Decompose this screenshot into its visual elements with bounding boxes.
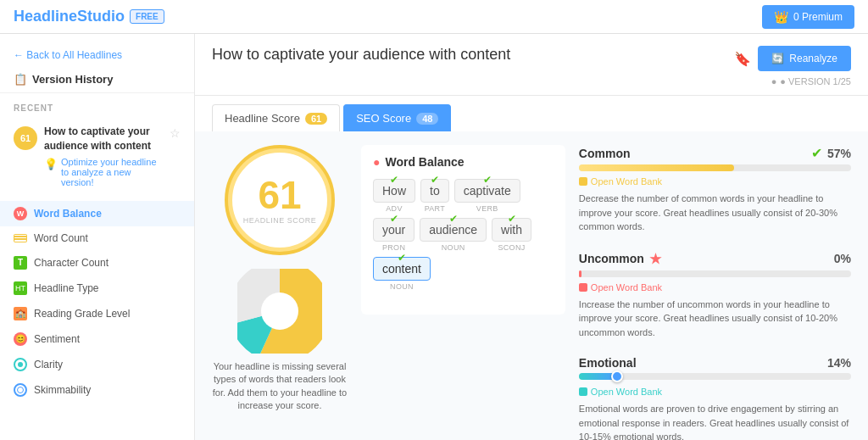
sidebar-item-word-balance[interactable]: W Word Balance [0, 201, 194, 226]
red-square-icon [579, 283, 587, 292]
uncommon-metric-pct: 0% [834, 252, 851, 265]
sidebar-item-label: Word Count [34, 232, 88, 244]
common-metric-desc: Decrease the number of common words in y… [579, 192, 851, 234]
word-token: ✔captivateVERB [454, 179, 520, 213]
tab-headline-score[interactable]: Headline Score 61 [212, 104, 340, 131]
crown-icon: 👑 [774, 10, 788, 24]
score-value: 61 [258, 175, 301, 214]
recent-item-content: How to captivate your audience with cont… [44, 125, 163, 187]
bookmark-icon[interactable]: 🔖 [734, 51, 751, 67]
headline-title: How to captivate your audience with cont… [212, 46, 510, 72]
common-metric-header: Common ✔ 57% [579, 145, 851, 161]
common-metric: Common ✔ 57% Open Word Bank De [579, 145, 851, 234]
clarity-icon [14, 358, 27, 371]
word-token: ✔contentNOUN [373, 257, 431, 291]
score-outer-ring [230, 150, 330, 250]
uncommon-warn-icon: ★ [649, 251, 661, 267]
pie-chart [237, 269, 322, 354]
main-header: How to captivate your audience with cont… [195, 34, 868, 96]
sidebar: ← Back to All Headlines 📋 Version Histor… [0, 34, 195, 440]
headline-type-icon: HT [14, 281, 27, 295]
emotional-metric-desc: Emotional words are proven to drive enga… [579, 402, 851, 440]
premium-button[interactable]: 👑 0 Premium [762, 5, 854, 29]
common-metric-pct: 57% [827, 147, 851, 160]
sidebar-item-character-count[interactable]: T Character Count [0, 250, 194, 276]
character-count-icon: T [14, 256, 27, 270]
reanalyze-button[interactable]: 🔄 Reanalyze [758, 46, 851, 71]
logo-text: HeadlineStudio [14, 8, 125, 25]
sidebar-item-label: Skimmability [34, 384, 91, 396]
header-right: 🔖 🔄 Reanalyze ● ● VERSION 1/25 [734, 46, 851, 95]
word-chip[interactable]: ✔content [373, 257, 431, 281]
pie-svg [237, 269, 322, 354]
header-actions: 🔖 🔄 Reanalyze [734, 46, 851, 71]
seo-score-badge: 48 [416, 113, 438, 125]
word-token: ✔toPART [420, 179, 449, 213]
sidebar-item-sentiment[interactable]: 😊 Sentiment [0, 326, 194, 352]
common-word-bank-link[interactable]: Open Word Bank [579, 176, 851, 187]
clipboard-icon: 📋 [14, 73, 27, 86]
common-bar-fill [579, 164, 734, 171]
sidebar-item-skimmability[interactable]: Skimmability [0, 377, 194, 403]
word-chip[interactable]: ✔your [373, 218, 415, 242]
emotional-progress-bar [579, 373, 851, 380]
word-count-icon [14, 234, 27, 242]
content-area: 61 HEADLINE SCORE [195, 131, 868, 440]
app-layout: ← Back to All Headlines 📋 Version Histor… [0, 34, 868, 440]
reading-grade-icon: 🏫 [14, 307, 27, 320]
emotional-metric: Emotional 14% Open Word Bank Emotional w… [579, 356, 851, 440]
emotional-progress-dot [611, 370, 623, 382]
uncommon-metric-desc: Increase the number of uncommon words in… [579, 298, 851, 340]
uncommon-metric-header: Uncommon ★ 0% [579, 251, 851, 267]
pie-description: Your headline is missing several types o… [212, 360, 348, 413]
main-content: How to captivate your audience with cont… [195, 34, 868, 440]
word-balance-section: ● Word Balance ✔HowADV✔toPART✔captivateV… [361, 145, 565, 440]
sidebar-item-label: Clarity [34, 359, 63, 370]
uncommon-bar-fill [579, 270, 581, 277]
word-balance-section-icon: ● [373, 155, 380, 169]
metrics-right-panel: Common ✔ 57% Open Word Bank De [579, 145, 851, 440]
star-icon[interactable]: ☆ [170, 126, 181, 140]
word-chip[interactable]: ✔to [420, 179, 449, 203]
word-token: ✔yourPRON [373, 218, 415, 252]
sidebar-item-headline-type[interactable]: HT Headline Type [0, 276, 194, 301]
back-link[interactable]: ← Back to All Headlines [0, 44, 194, 66]
word-balance-card: ● Word Balance ✔HowADV✔toPART✔captivateV… [361, 145, 565, 315]
recent-headline-sub[interactable]: 💡 Optimize your headline to analyze a ne… [44, 157, 163, 187]
sidebar-item-label: Word Balance [34, 208, 102, 220]
topbar: HeadlineStudio FREE 👑 0 Premium [0, 0, 868, 34]
word-chip[interactable]: ✔captivate [454, 179, 520, 203]
reanalyze-icon: 🔄 [771, 53, 784, 64]
tab-seo-score[interactable]: SEO Score 48 [343, 104, 451, 131]
score-badge: 61 [14, 126, 37, 150]
recent-headline-item[interactable]: 61 How to captivate your audience with c… [0, 118, 194, 194]
word-balance-icon: W [17, 209, 25, 218]
words-row: ✔HowADV✔toPART✔captivateVERB✔yourPRON✔au… [373, 179, 554, 291]
recent-headline-text: How to captivate your audience with cont… [44, 125, 163, 153]
word-token: ✔audienceNOUN [420, 218, 487, 252]
sidebar-item-word-count[interactable]: Word Count [0, 226, 194, 250]
sidebar-item-label: Reading Grade Level [34, 308, 130, 320]
logo: HeadlineStudio FREE [14, 8, 164, 25]
pie-section: Your headline is missing several types o… [212, 269, 348, 413]
score-circle-wrap: 61 HEADLINE SCORE [212, 145, 348, 255]
sidebar-item-label: Character Count [34, 257, 108, 269]
uncommon-progress-bar [579, 270, 851, 277]
recent-label: RECENT [0, 100, 194, 118]
topbar-right: 👑 0 Premium [762, 5, 854, 29]
emotional-word-bank-link[interactable]: Open Word Bank [579, 387, 851, 397]
emotional-metric-pct: 14% [827, 356, 851, 370]
sidebar-item-clarity[interactable]: Clarity [0, 352, 194, 377]
word-chip[interactable]: ✔How [373, 179, 415, 203]
metrics-list: W Word Balance Word Count T Character Co… [0, 194, 194, 409]
word-chip[interactable]: ✔with [492, 218, 531, 242]
section-title: ● Word Balance [373, 155, 554, 169]
common-progress-bar [579, 164, 851, 171]
word-chip[interactable]: ✔audience [420, 218, 487, 242]
headline-title-wrap: How to captivate your audience with cont… [212, 46, 510, 72]
uncommon-word-bank-link[interactable]: Open Word Bank [579, 282, 851, 292]
sidebar-item-label: Headline Type [34, 282, 99, 294]
sidebar-item-reading-grade[interactable]: 🏫 Reading Grade Level [0, 301, 194, 326]
common-check-icon: ✔ [811, 145, 822, 161]
score-circle: 61 HEADLINE SCORE [225, 145, 335, 255]
